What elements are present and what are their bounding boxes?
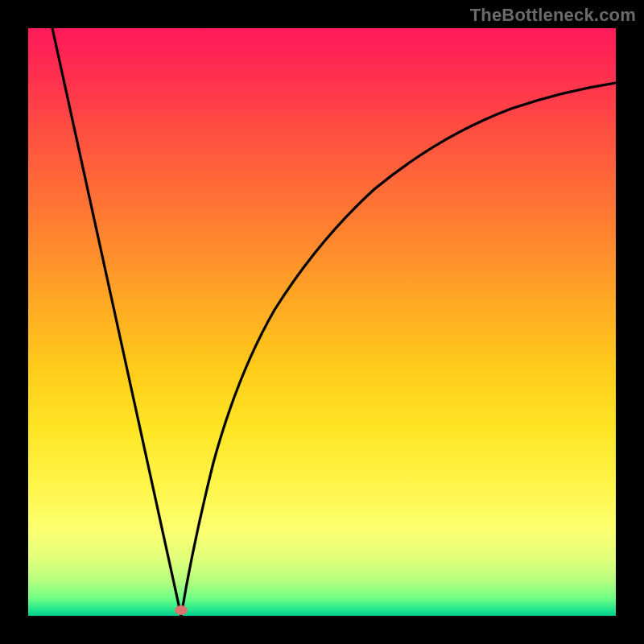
curve-layer xyxy=(28,28,616,616)
bottleneck-marker xyxy=(175,605,188,615)
attribution-text: TheBottleneck.com xyxy=(470,5,636,26)
left-branch xyxy=(52,28,181,616)
right-curve xyxy=(181,83,616,616)
plot-area xyxy=(28,28,616,616)
chart-frame: TheBottleneck.com xyxy=(0,0,644,644)
